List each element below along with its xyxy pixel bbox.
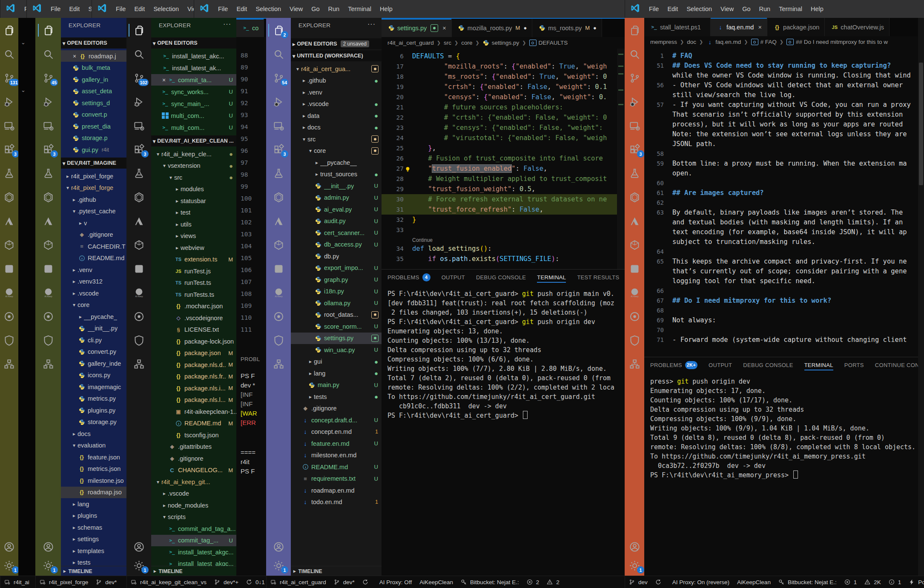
open-editor-item[interactable]: ×{}roadmap.j xyxy=(61,50,126,62)
gear-icon[interactable]: 1 xyxy=(38,558,58,573)
tree-item[interactable]: ↓todo.en.md1 xyxy=(291,496,382,508)
hexagon-icon[interactable] xyxy=(0,190,20,204)
tree-item[interactable]: preset_dia xyxy=(61,120,126,132)
status-item-2[interactable]: 2 xyxy=(527,579,539,585)
tree-item[interactable]: ▸__pycache_ xyxy=(61,311,126,322)
box-icon[interactable] xyxy=(268,238,289,252)
tree-item[interactable]: gallery_in xyxy=(61,74,126,85)
scm-icon[interactable]: 54 xyxy=(268,71,289,85)
tab-package-json[interactable]: {}package.json xyxy=(767,18,825,36)
tree-item[interactable]: {}roadmap.jso xyxy=(61,487,126,498)
debug-icon[interactable] xyxy=(0,95,20,109)
tree-item[interactable]: ▸data● xyxy=(291,110,382,121)
panel-tab-debug-console[interactable]: DEBUG CONSOLE xyxy=(743,357,793,373)
tree-item[interactable]: storage.p xyxy=(61,132,126,144)
tab-faq-en-md[interactable]: ↓faq.en.md× xyxy=(711,18,767,36)
tree-item[interactable]: ▸plugins xyxy=(61,510,126,522)
box-icon[interactable] xyxy=(625,238,645,252)
tree-item[interactable]: {}package.jsonM xyxy=(151,347,236,359)
tree-item[interactable]: ▸docs xyxy=(61,428,126,439)
tree-item[interactable]: >_commit_and_tag_a... xyxy=(151,523,236,534)
tree-item[interactable]: {}tsconfig.json xyxy=(151,429,236,441)
tree-item[interactable]: ▾scripts xyxy=(151,511,236,523)
account-icon[interactable] xyxy=(625,539,645,554)
status-item-2k[interactable]: 2K xyxy=(864,579,881,585)
debug-icon[interactable] xyxy=(129,95,149,109)
tree-item[interactable]: ▸tests● xyxy=(291,391,382,402)
tree-item[interactable]: ▸templates xyxy=(61,545,126,556)
triangle-icon[interactable] xyxy=(0,214,20,228)
account-icon[interactable] xyxy=(268,539,289,554)
tree-item[interactable]: ai_eval.pyU xyxy=(291,204,382,215)
triangle-icon[interactable] xyxy=(129,214,149,228)
remote-icon[interactable] xyxy=(38,118,58,133)
tree-item[interactable]: ≡requirements.txtU xyxy=(291,473,382,485)
menu-file[interactable]: File xyxy=(649,6,659,12)
editor-scrollbar[interactable] xyxy=(918,18,924,576)
triangle-icon[interactable] xyxy=(38,214,58,228)
tree-item[interactable]: ▾.pytest_cache xyxy=(61,206,126,217)
extensions-icon[interactable]: 3 xyxy=(625,142,645,157)
tree-item[interactable]: ◆.gitignore xyxy=(61,229,126,241)
extensions-icon[interactable]: 3 xyxy=(129,142,149,157)
status-item-1[interactable]: 1 xyxy=(889,579,901,585)
breadcrumb[interactable]: mempress❯doc❯↓faq.en.md❯# FAQ❯## Do I ne… xyxy=(644,36,918,48)
tree-item[interactable]: ▸.vscode xyxy=(61,287,126,299)
tree-item[interactable]: >_sync_works...U xyxy=(151,86,236,98)
tree-item[interactable]: ≡CACHEDIR.T xyxy=(61,241,126,252)
tree-item[interactable]: ▾vsextension● xyxy=(151,160,236,172)
status-item[interactable] xyxy=(655,579,665,585)
tree-item[interactable]: ▸lang● xyxy=(291,367,382,379)
tree-item[interactable]: ▸__pycache__ xyxy=(291,157,382,168)
tree-item[interactable]: {}milestone.jso xyxy=(61,475,126,486)
menu-edit[interactable]: Edit xyxy=(667,6,678,12)
files-icon[interactable] xyxy=(38,23,58,37)
triangle-icon[interactable] xyxy=(625,214,645,228)
menu-selection[interactable]: Selection xyxy=(153,6,179,12)
more-actions-icon[interactable]: ··· xyxy=(223,20,231,28)
menu-view[interactable]: View xyxy=(290,6,303,12)
tree-item[interactable]: ▸schemas xyxy=(61,522,126,533)
tree-item[interactable]: ▸modules xyxy=(151,184,236,195)
tree-item[interactable]: ▸.github xyxy=(61,194,126,205)
beaker-icon[interactable] xyxy=(625,166,645,181)
ai-icon[interactable]: AI Keep xyxy=(38,285,58,300)
close-icon[interactable]: × xyxy=(442,25,446,32)
tree-item[interactable]: plugins.py xyxy=(61,404,126,416)
hexagon-icon[interactable] xyxy=(129,190,149,204)
tree-item[interactable]: metrics.py xyxy=(61,393,126,404)
menu-terminal[interactable]: Terminal xyxy=(779,6,802,12)
tree-item[interactable]: ▸settings xyxy=(61,534,126,545)
extensions-icon[interactable]: 3 xyxy=(38,142,58,157)
tree-item[interactable]: ↓feature.en.mdU xyxy=(291,438,382,449)
tree-item[interactable]: ◆.gitignore xyxy=(291,403,382,414)
shield-icon[interactable] xyxy=(268,333,289,347)
tree-item[interactable]: ▸v xyxy=(61,217,126,229)
tree-item[interactable]: cli.py xyxy=(61,334,126,346)
tab-mozilla-roots-py[interactable]: mozilla_roots.pyM● xyxy=(452,19,532,37)
panel-tab-terminal[interactable]: TERMINAL xyxy=(537,270,566,285)
square-icon[interactable] xyxy=(625,261,645,276)
account-icon[interactable] xyxy=(0,539,20,554)
tree-item[interactable]: ▾src● xyxy=(151,172,236,183)
files-icon[interactable] xyxy=(129,23,149,37)
tree-item[interactable]: __init__.py xyxy=(61,323,126,334)
search-icon[interactable] xyxy=(0,47,20,61)
tree-item[interactable]: __init__.pyU xyxy=(291,180,382,192)
menu-selection[interactable]: Selection xyxy=(255,6,281,12)
workspace-section-header[interactable]: ▾DEV,R4IT_IMAGINE xyxy=(61,158,126,169)
tree-item[interactable]: ▸webview xyxy=(151,242,236,253)
markdown-editor[interactable]: 1# FAQ51## Does VS Code need to stay run… xyxy=(644,48,918,357)
menu-edit[interactable]: Edit xyxy=(134,6,145,12)
panel-tab-continue-conso[interactable]: CONTINUE CONSO xyxy=(875,357,924,373)
tab-chatoverview-js[interactable]: JSchatOverview.js xyxy=(825,18,890,36)
extensions-icon[interactable]: 3 xyxy=(0,142,20,157)
tab-ms-roots-py[interactable]: ms_roots.pyM● xyxy=(532,19,602,37)
target-icon[interactable] xyxy=(625,309,645,324)
tree-item[interactable]: export_impo...U xyxy=(291,262,382,274)
tree-item[interactable]: cert_scanner...U xyxy=(291,227,382,238)
remote-icon[interactable] xyxy=(268,118,289,133)
menu-edit[interactable]: Edit xyxy=(69,6,80,12)
square-icon[interactable] xyxy=(129,261,149,276)
open-editors-header[interactable]: ▸OPEN EDITORS2 unsaved xyxy=(291,38,382,49)
